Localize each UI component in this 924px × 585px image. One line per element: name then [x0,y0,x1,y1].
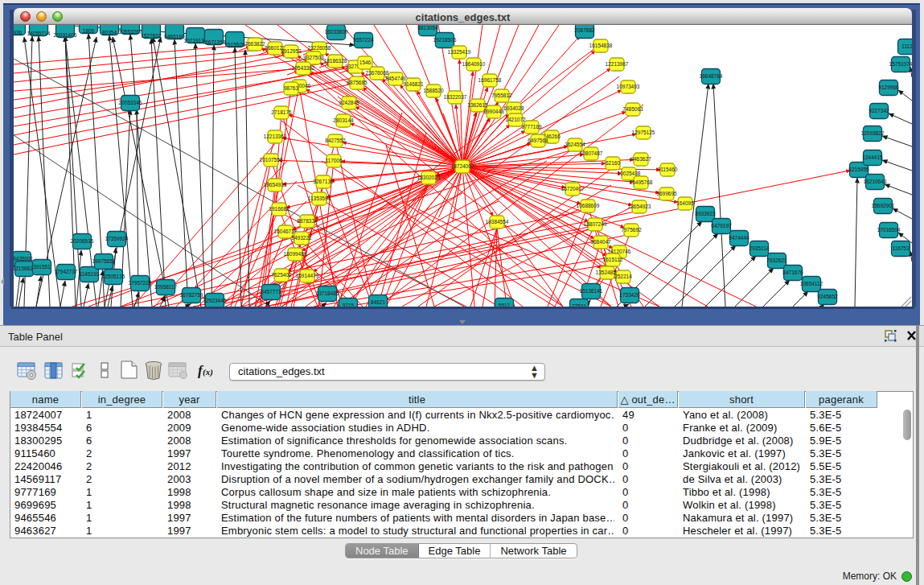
svg-text:1588520: 1588520 [423,88,444,93]
svg-text:62160: 62160 [606,160,620,166]
svg-text:18724007: 18724007 [451,163,474,169]
svg-text:20206536: 20206536 [71,238,94,244]
svg-text:3624554: 3624554 [565,142,585,147]
svg-text:12213967: 12213967 [606,61,629,67]
svg-text:7485063: 7485063 [622,106,643,112]
svg-text:10553267: 10553267 [119,29,142,35]
svg-text:16914479: 16914479 [296,273,319,278]
svg-text:1527602: 1527602 [141,33,162,39]
svg-text:9227342: 9227342 [869,108,889,113]
svg-text:12093822: 12093822 [861,130,885,136]
svg-text:16033809: 16033809 [325,29,348,35]
svg-text:8471676: 8471676 [782,270,803,275]
svg-text:6466160: 6466160 [164,34,185,39]
svg-text:19218506: 19218506 [433,37,457,43]
svg-text:18302023: 18302023 [417,175,441,180]
svg-text:2087682: 2087682 [574,27,595,33]
svg-text:15136141: 15136141 [580,288,603,294]
svg-text:15720407: 15720407 [561,186,585,192]
svg-text:7632621: 7632621 [766,257,787,263]
svg-text:23226058: 23226058 [308,45,331,51]
svg-text:1546: 1546 [359,60,372,65]
svg-text:80354: 80354 [102,30,117,35]
svg-text:13325419: 13325419 [448,49,471,55]
svg-text:15751074: 15751074 [889,61,912,67]
svg-text:391551: 391551 [33,264,51,270]
svg-text:9777169: 9777169 [521,124,542,130]
svg-text:1733426: 1733426 [619,292,640,298]
svg-text:10543382: 10543382 [292,65,315,71]
svg-text:18322037: 18322037 [444,94,467,100]
svg-text:8215955: 8215955 [848,167,869,172]
svg-text:6934028: 6934028 [503,105,524,111]
svg-text:19975657: 19975657 [92,258,116,264]
svg-text:17359924: 17359924 [105,236,129,241]
svg-text:9327503: 9327503 [303,55,324,60]
svg-text:1806: 1806 [83,28,95,34]
svg-text:252214: 252214 [614,274,632,279]
svg-text:20091406: 20091406 [54,32,77,38]
svg-text:10958117: 10958117 [154,284,178,290]
svg-text:17957225: 17957225 [129,280,152,286]
svg-text:19654933: 19654933 [264,182,287,187]
svg-text:9557224: 9557224 [353,37,374,43]
svg-text:1421072: 1421072 [505,117,526,122]
svg-text:9129966: 9129966 [878,84,899,90]
svg-text:7975692: 7975692 [621,227,642,233]
svg-text:9242848: 9242848 [339,100,359,105]
svg-text:17016504: 17016504 [877,227,901,233]
svg-text:9457771: 9457771 [261,289,281,295]
svg-text:7955812: 7955812 [491,93,512,98]
svg-text:20053346: 20053346 [119,100,142,105]
svg-text:98763: 98763 [284,85,298,91]
svg-text:2803144: 2803144 [333,117,354,123]
svg-text:(x): (x) [203,367,213,377]
svg-text:17942737: 17942737 [55,269,78,274]
svg-text:16782759: 16782759 [180,292,203,298]
svg-text:9715: 9715 [343,303,355,307]
svg-text:2718176: 2718176 [271,109,292,115]
svg-text:9684047: 9684047 [590,239,611,245]
svg-text:5512: 5512 [499,303,511,307]
svg-text:9474444: 9474444 [729,235,749,241]
svg-text:3267130: 3267130 [313,179,334,184]
svg-text:15692901: 15692901 [872,203,895,208]
svg-text:8875685: 8875685 [347,80,368,85]
svg-text:16961758: 16961758 [478,77,502,83]
svg-text:16671358: 16671358 [203,39,226,45]
svg-text:8990448: 8990448 [483,109,504,114]
svg-text:9936: 9936 [14,30,23,35]
svg-text:16046738: 16046738 [274,229,298,234]
svg-text:14055714: 14055714 [27,31,51,36]
svg-text:18807249: 18807249 [584,221,607,227]
svg-text:1916682: 1916682 [269,206,290,212]
svg-text:12923446: 12923446 [203,298,227,303]
svg-text:9115460: 9115460 [658,167,678,172]
svg-text:12213363: 12213363 [264,134,287,139]
svg-text:13654923: 13654923 [628,204,651,209]
svg-text:8912953: 8912953 [281,48,302,54]
svg-text:15495768: 15495768 [630,179,653,185]
svg-text:6497568: 6497568 [528,138,548,143]
svg-text:10654112: 10654112 [800,281,823,286]
svg-text:84621: 84621 [371,299,385,305]
svg-text:10107553: 10107553 [260,157,283,163]
svg-text:16210643: 16210643 [864,179,887,184]
svg-text:16648784: 16648784 [700,73,723,79]
svg-text:9245652: 9245652 [817,294,838,299]
svg-text:116753: 116753 [892,245,910,251]
svg-text:19384554: 19384554 [486,219,509,225]
svg-text:1615112: 1615112 [603,257,623,262]
svg-text:9146821: 9146821 [403,81,424,87]
svg-text:11353594: 11353594 [308,196,331,201]
svg-text:16099489: 16099489 [284,251,307,257]
svg-text:10688609: 10688609 [577,203,600,208]
svg-text:1145193: 1145193 [80,271,100,277]
svg-text:8813054: 8813054 [417,25,438,31]
svg-text:8427552: 8427552 [325,138,346,143]
svg-text:12505135: 12505135 [102,274,125,279]
svg-text:18640910: 18640910 [462,61,486,67]
svg-text:10025438: 10025438 [618,171,641,176]
svg-text:7625402: 7625402 [271,272,292,278]
svg-text:23676068: 23676068 [366,70,389,76]
